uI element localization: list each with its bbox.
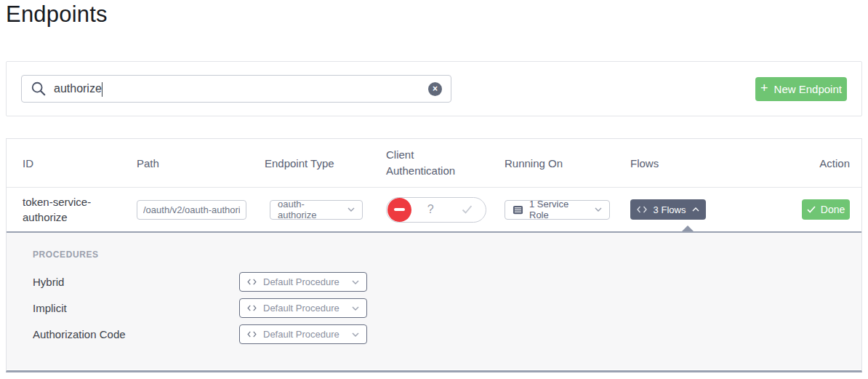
procedure-select-hybrid[interactable]: Default Procedure [239,272,367,292]
new-endpoint-button[interactable]: + New Endpoint [755,77,847,101]
chevron-down-icon [352,332,359,337]
procedure-label: Hybrid [33,276,239,288]
header-client-authentication: Client Authentication [386,147,505,179]
procedure-value: Default Procedure [263,329,339,340]
running-on-value: 1 Service Role [529,199,589,220]
minus-icon [394,208,405,211]
chevron-up-icon [692,207,699,212]
table-row: token-service-authorize oauth-authorize … [7,188,861,231]
service-role-icon [513,204,523,215]
endpoint-id: token-service-authorize [23,194,137,225]
path-input[interactable] [137,200,246,220]
clear-search-icon[interactable]: × [428,82,442,96]
endpoints-table: ID Path Endpoint Type Client Authenticat… [6,138,862,372]
flows-cell: 3 Flows [630,199,742,220]
procedure-value: Default Procedure [263,303,339,314]
search-input[interactable] [54,82,421,95]
flows-expanded-panel: PROCEDURES Hybrid Default Procedure Impl… [7,231,861,370]
procedure-label: Authorization Code [33,328,239,340]
text-cursor [102,82,103,97]
table-header-row: ID Path Endpoint Type Client Authenticat… [7,139,861,188]
plus-icon: + [760,81,768,95]
flows-button[interactable]: 3 Flows [630,199,706,220]
endpoint-type-value: oauth-authorize [278,199,342,220]
procedure-row-authorization-code: Authorization Code Default Procedure [33,324,861,344]
auth-disallowed-option[interactable] [387,198,411,222]
check-icon [462,205,473,214]
check-icon [807,206,816,213]
procedure-row-hybrid: Hybrid Default Procedure [33,272,861,292]
flows-count-label: 3 Flows [654,204,686,215]
chevron-down-icon [347,207,355,212]
code-icon [637,206,647,213]
chevron-down-icon [352,280,359,284]
header-running-on: Running On [505,157,630,169]
auth-required-option[interactable] [449,205,486,214]
header-flows: Flows [630,157,742,169]
panel-caret-icon [682,226,694,231]
done-button[interactable]: Done [802,199,850,220]
header-id: ID [23,157,137,169]
done-label: Done [821,204,845,215]
page-title: Endpoints [6,1,108,28]
procedure-row-implicit: Implicit Default Procedure [33,298,861,318]
search-panel: × + New Endpoint [6,61,862,116]
procedure-label: Implicit [33,302,239,314]
question-icon: ? [427,203,434,216]
search-input-wrapper[interactable]: × [21,75,451,103]
endpoint-type-select[interactable]: oauth-authorize [270,200,363,220]
procedure-value: Default Procedure [263,276,339,287]
header-action: Action [742,157,850,169]
client-authentication-toggle: ? [386,197,486,223]
chevron-down-icon [595,207,602,212]
header-path: Path [137,157,265,169]
procedure-select-authorization-code[interactable]: Default Procedure [239,324,367,344]
new-endpoint-label: New Endpoint [774,83,842,95]
procedures-heading: PROCEDURES [33,250,861,260]
auth-optional-option[interactable]: ? [412,203,449,216]
procedure-select-implicit[interactable]: Default Procedure [239,298,367,318]
header-endpoint-type: Endpoint Type [265,157,386,169]
code-icon [247,331,257,338]
endpoints-page: Endpoints × + New Endpoint ID Path Endpo… [0,0,868,379]
code-icon [247,279,257,285]
running-on-select[interactable]: 1 Service Role [505,200,610,220]
search-icon [31,81,47,97]
code-icon [247,305,257,311]
chevron-down-icon [352,306,359,311]
action-cell: Done [742,199,850,220]
path-cell [137,200,265,220]
